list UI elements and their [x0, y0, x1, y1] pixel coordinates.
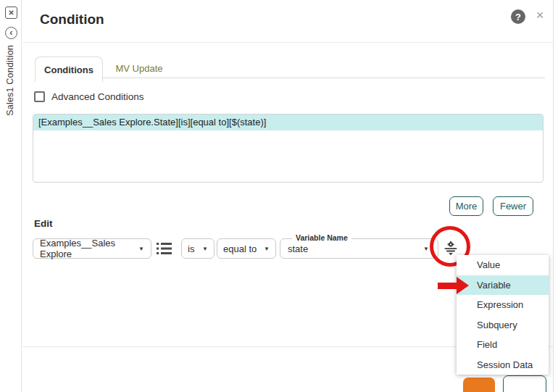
panel-back-icon[interactable]: ‹ — [5, 27, 17, 39]
variable-name-value: state — [288, 243, 308, 254]
condition-row-selected[interactable]: [Examples__Sales Explore.State][is][equa… — [33, 114, 543, 130]
menu-item-field[interactable]: Field — [457, 335, 549, 355]
gear-slider-icon — [443, 241, 459, 257]
advanced-conditions-label: Advanced Conditions — [51, 91, 144, 102]
operator-is-value: is — [188, 243, 194, 254]
comparison-value: equal to — [223, 243, 257, 254]
menu-item-value[interactable]: Value — [457, 255, 549, 275]
chevron-down-icon: ▼ — [138, 246, 144, 252]
tab-mv-update[interactable]: MV Update — [106, 58, 172, 78]
chevron-down-icon: ▼ — [264, 246, 270, 252]
field-dropdown[interactable]: Examples__Sales Explore ▼ — [33, 238, 151, 259]
menu-item-variable[interactable]: Variable — [457, 275, 549, 296]
advanced-conditions-checkbox[interactable] — [34, 91, 45, 102]
fewer-button[interactable]: Fewer — [493, 196, 533, 216]
value-type-menu: Value Variable Expression Subquery Field… — [457, 255, 549, 375]
chevron-down-icon: ▼ — [423, 246, 429, 252]
help-icon[interactable]: ? — [511, 9, 525, 24]
dialog-right-border — [553, 0, 554, 392]
panel-close-icon[interactable]: ✕ — [5, 7, 17, 19]
panel-vertical-label: Sales1 Condition — [5, 45, 15, 116]
condition-dialog: ✕ ‹ Sales1 Condition Condition ? × Condi… — [0, 0, 558, 392]
page-title: Condition — [40, 12, 104, 28]
header-divider — [22, 42, 553, 43]
menu-item-session-data[interactable]: Session Data — [457, 355, 549, 375]
comparison-dropdown[interactable]: equal to ▼ — [217, 238, 276, 259]
chevron-down-icon: ▼ — [202, 246, 208, 252]
operator-is-dropdown[interactable]: is ▼ — [181, 238, 215, 259]
close-icon[interactable]: × — [533, 8, 546, 22]
more-button[interactable]: More — [449, 196, 483, 216]
side-panel: ✕ ‹ Sales1 Condition — [0, 0, 22, 392]
variable-name-label: Variable Name — [292, 233, 351, 242]
secondary-button[interactable] — [503, 375, 546, 392]
menu-item-subquery[interactable]: Subquery — [457, 315, 549, 335]
tab-conditions[interactable]: Conditions — [35, 57, 103, 82]
tabbar-line — [35, 78, 545, 78]
primary-button[interactable] — [463, 378, 495, 392]
edit-label: Edit — [34, 218, 53, 229]
condition-list[interactable]: [Examples__Sales Explore.State][is][equa… — [33, 114, 544, 183]
annotation-arrow — [438, 283, 457, 289]
menu-item-expression[interactable]: Expression — [457, 295, 549, 315]
list-icon[interactable] — [157, 241, 172, 256]
field-dropdown-value: Examples__Sales Explore — [40, 238, 134, 259]
